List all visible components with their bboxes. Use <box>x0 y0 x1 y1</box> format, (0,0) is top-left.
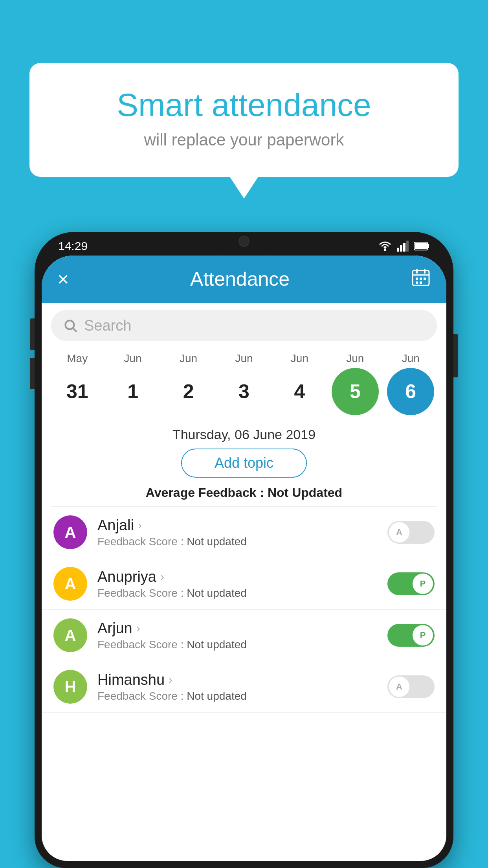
avg-feedback-label: Average Feedback : <box>146 485 264 500</box>
attendance-toggle-anjali[interactable]: A <box>387 521 435 544</box>
add-topic-button[interactable]: Add topic <box>181 449 307 478</box>
svg-rect-13 <box>420 278 422 280</box>
calendar-button[interactable] <box>411 267 431 291</box>
app-header: × Attendance <box>42 256 446 303</box>
chevron-icon-anupriya: › <box>160 570 164 583</box>
toggle-knob-anjali: A <box>389 522 409 542</box>
student-score-arjun: Feedback Score : Not updated <box>97 638 387 651</box>
avatar-anupriya: A <box>53 567 87 601</box>
toggle-knob-anupriya: P <box>413 574 433 594</box>
cal-month-4: Jun <box>276 352 323 365</box>
volume-down-button <box>30 358 35 389</box>
search-bar[interactable]: Search <box>51 310 437 341</box>
cal-date-31[interactable]: 31 <box>54 368 101 415</box>
close-button[interactable]: × <box>57 268 69 291</box>
svg-rect-7 <box>415 243 427 249</box>
cal-date-2[interactable]: 2 <box>165 368 212 415</box>
chevron-icon-anjali: › <box>138 519 142 532</box>
svg-rect-1 <box>397 248 399 252</box>
bubble-title: Smart attendance <box>61 86 427 123</box>
status-icons <box>378 241 430 252</box>
svg-rect-15 <box>416 281 418 284</box>
phone-screen: × Attendance <box>42 256 446 861</box>
student-name-arjun[interactable]: Arjun › <box>97 620 387 637</box>
cal-month-1: Jun <box>109 352 156 365</box>
svg-rect-3 <box>403 243 405 252</box>
speech-bubble: Smart attendance will replace your paper… <box>29 63 459 177</box>
cal-month-0: May <box>54 352 101 365</box>
toggle-knob-himanshu: A <box>389 677 409 697</box>
cal-month-6: Jun <box>387 352 434 365</box>
attendance-toggle-himanshu[interactable]: A <box>387 675 435 698</box>
bubble-subtitle: will replace your paperwork <box>61 131 427 149</box>
svg-rect-16 <box>420 281 422 284</box>
toggle-knob-arjun: P <box>413 625 433 645</box>
student-score-anupriya: Feedback Score : Not updated <box>97 587 387 600</box>
search-input[interactable]: Search <box>84 317 131 334</box>
cal-date-4[interactable]: 4 <box>276 368 323 415</box>
avg-feedback: Average Feedback : Not Updated <box>42 485 446 500</box>
header-title: Attendance <box>190 268 290 291</box>
cal-date-6[interactable]: 6 <box>387 368 434 415</box>
phone-notch <box>209 232 279 251</box>
phone-camera <box>238 236 250 247</box>
calendar-months: May Jun Jun Jun Jun Jun Jun <box>50 352 438 365</box>
cal-date-1[interactable]: 1 <box>109 368 156 415</box>
svg-rect-2 <box>400 245 402 252</box>
student-info-anjali: Anjali › Feedback Score : Not updated <box>97 517 387 548</box>
student-item-himanshu: H Himanshu › Feedback Score : Not update… <box>42 661 446 713</box>
cal-date-3[interactable]: 3 <box>220 368 268 415</box>
student-name-anjali[interactable]: Anjali › <box>97 517 387 534</box>
cal-date-5[interactable]: 5 <box>332 368 379 415</box>
svg-rect-6 <box>427 244 429 248</box>
phone-frame: 14:29 <box>35 232 453 868</box>
avg-feedback-value: Not Updated <box>268 485 342 500</box>
selected-date: Thursday, 06 June 2019 <box>42 423 446 449</box>
student-score-himanshu: Feedback Score : Not updated <box>97 690 387 702</box>
battery-icon <box>414 241 430 251</box>
svg-point-17 <box>65 320 74 329</box>
student-item-anjali: A Anjali › Feedback Score : Not updated … <box>42 507 446 558</box>
wifi-icon <box>378 241 392 252</box>
avatar-himanshu: H <box>53 670 87 704</box>
attendance-toggle-arjun[interactable]: P <box>387 624 435 647</box>
student-list: A Anjali › Feedback Score : Not updated … <box>42 507 446 713</box>
cal-month-5: Jun <box>332 352 379 365</box>
calendar-dates[interactable]: 31 1 2 3 4 5 6 <box>50 368 438 415</box>
svg-rect-14 <box>424 278 426 280</box>
chevron-icon-himanshu: › <box>169 673 172 686</box>
chevron-icon-arjun: › <box>136 622 140 635</box>
svg-point-0 <box>384 249 386 251</box>
svg-rect-4 <box>406 241 409 252</box>
svg-rect-11 <box>424 269 426 274</box>
calendar-strip: May Jun Jun Jun Jun Jun Jun 31 1 2 3 4 5… <box>42 348 446 423</box>
cal-month-2: Jun <box>165 352 212 365</box>
cal-month-3: Jun <box>220 352 268 365</box>
attendance-toggle-anupriya[interactable]: P <box>387 572 435 595</box>
student-info-himanshu: Himanshu › Feedback Score : Not updated <box>97 671 387 702</box>
svg-line-18 <box>73 328 77 332</box>
student-info-arjun: Arjun › Feedback Score : Not updated <box>97 620 387 651</box>
student-name-anupriya[interactable]: Anupriya › <box>97 568 387 585</box>
svg-rect-12 <box>416 278 418 280</box>
svg-rect-9 <box>413 274 429 276</box>
status-time: 14:29 <box>58 239 88 253</box>
avatar-arjun: A <box>53 618 87 652</box>
student-item-anupriya: A Anupriya › Feedback Score : Not update… <box>42 558 446 610</box>
student-item-arjun: A Arjun › Feedback Score : Not updated P <box>42 610 446 661</box>
student-score-anjali: Feedback Score : Not updated <box>97 535 387 548</box>
power-button <box>453 334 458 377</box>
volume-up-button <box>30 318 35 350</box>
search-icon <box>63 318 78 333</box>
student-name-himanshu[interactable]: Himanshu › <box>97 671 387 688</box>
signal-icon <box>397 241 409 252</box>
speech-bubble-container: Smart attendance will replace your paper… <box>29 63 459 177</box>
avatar-anjali: A <box>53 515 87 549</box>
student-info-anupriya: Anupriya › Feedback Score : Not updated <box>97 568 387 600</box>
svg-rect-10 <box>416 269 418 274</box>
